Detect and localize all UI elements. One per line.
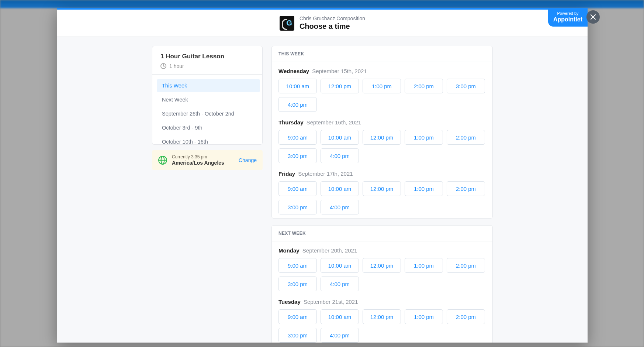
week-section: NEXT WEEKMonday September 20th, 20219:00… <box>271 225 493 343</box>
time-slot-button[interactable]: 1:00 pm <box>405 309 443 324</box>
page-title: Choose a time <box>300 22 365 31</box>
day-date: September 16th, 2021 <box>307 119 361 126</box>
time-slot-button[interactable]: 1:00 pm <box>405 258 443 273</box>
time-slot-button[interactable]: 4:00 pm <box>278 97 317 112</box>
availability-column: THIS WEEKWednesday September 15th, 20211… <box>271 46 493 343</box>
day-block: Tuesday September 21st, 20219:00 am10:00… <box>272 295 492 343</box>
time-slot-button[interactable]: 2:00 pm <box>405 79 443 93</box>
week-range-item[interactable]: October 3rd - 9th <box>157 121 260 134</box>
week-range-item[interactable]: This Week <box>157 79 260 92</box>
day-block: Monday September 20th, 20219:00 am10:00 … <box>272 241 492 295</box>
time-slot-button[interactable]: 4:00 pm <box>321 328 359 343</box>
sidebar: 1 Hour Guitar Lesson 1 hour This WeekNex… <box>152 46 263 170</box>
time-slot-button[interactable]: 2:00 pm <box>447 258 485 273</box>
time-slot-button[interactable]: 4:00 pm <box>321 276 359 291</box>
brand-name: Chris Gruchacz Composition <box>300 16 365 21</box>
powered-by-small: Powered by <box>557 11 578 16</box>
day-of-week: Monday <box>278 247 300 254</box>
modal-body[interactable]: 1 Hour Guitar Lesson 1 hour This WeekNex… <box>57 37 588 343</box>
time-slot-button[interactable]: 4:00 pm <box>321 148 359 163</box>
close-icon <box>590 14 596 20</box>
day-of-week: Friday <box>278 171 295 177</box>
week-range-item[interactable]: October 10th - 16th <box>157 135 260 144</box>
time-slot-button[interactable]: 9:00 am <box>278 309 317 324</box>
day-date: September 17th, 2021 <box>298 171 353 177</box>
week-range-list[interactable]: This WeekNext WeekSeptember 26th - Octob… <box>152 74 262 144</box>
timezone-box: Currently 3:35 pm America/Los Angeles Ch… <box>152 150 263 170</box>
time-slot-row: 9:00 am10:00 am12:00 pm1:00 pm2:00 pm3:0… <box>278 258 486 291</box>
clock-icon <box>160 63 166 69</box>
day-date: September 15th, 2021 <box>312 68 367 74</box>
time-slot-button[interactable]: 3:00 pm <box>447 79 485 93</box>
time-slot-button[interactable]: 10:00 am <box>278 79 317 93</box>
time-slot-row: 10:00 am12:00 pm1:00 pm2:00 pm3:00 pm4:0… <box>278 79 486 112</box>
time-slot-row: 9:00 am10:00 am12:00 pm1:00 pm2:00 pm3:0… <box>278 130 486 163</box>
time-slot-button[interactable]: 12:00 pm <box>321 79 359 93</box>
time-slot-row: 9:00 am10:00 am12:00 pm1:00 pm2:00 pm3:0… <box>278 309 486 343</box>
time-slot-button[interactable]: 10:00 am <box>321 130 359 145</box>
time-slot-button[interactable]: 4:00 pm <box>321 200 359 214</box>
time-slot-button[interactable]: 3:00 pm <box>278 276 317 291</box>
time-slot-button[interactable]: 3:00 pm <box>278 200 317 214</box>
service-title: 1 Hour Guitar Lesson <box>160 53 254 60</box>
powered-by-badge[interactable]: Powered by Appointlet <box>548 8 588 27</box>
day-of-week: Thursday <box>278 119 304 126</box>
time-slot-button[interactable]: 9:00 am <box>278 258 317 273</box>
time-slot-button[interactable]: 9:00 am <box>278 130 317 145</box>
globe-icon <box>158 155 167 165</box>
time-slot-button[interactable]: 1:00 pm <box>363 79 401 93</box>
time-slot-button[interactable]: 12:00 pm <box>363 309 401 324</box>
timezone-change-link[interactable]: Change <box>239 157 257 163</box>
time-slot-button[interactable]: 1:00 pm <box>405 130 443 145</box>
time-slot-button[interactable]: 10:00 am <box>321 258 359 273</box>
day-label: Thursday September 16th, 2021 <box>278 119 486 126</box>
service-card: 1 Hour Guitar Lesson 1 hour This WeekNex… <box>152 46 263 145</box>
brand-logo: G <box>280 16 294 31</box>
day-date: September 20th, 2021 <box>302 247 357 254</box>
time-slot-button[interactable]: 12:00 pm <box>363 181 401 196</box>
close-button[interactable] <box>586 10 600 24</box>
day-of-week: Wednesday <box>278 68 309 74</box>
time-slot-button[interactable]: 3:00 pm <box>278 148 317 163</box>
day-block: Wednesday September 15th, 202110:00 am12… <box>272 62 492 116</box>
day-label: Wednesday September 15th, 2021 <box>278 68 486 74</box>
day-block: Friday September 17th, 20219:00 am10:00 … <box>272 167 492 218</box>
week-section-header: THIS WEEK <box>272 46 492 62</box>
time-slot-button[interactable]: 2:00 pm <box>447 181 485 196</box>
week-range-item[interactable]: Next Week <box>157 93 260 106</box>
modal-header: G Chris Gruchacz Composition Choose a ti… <box>57 10 588 37</box>
week-section: THIS WEEKWednesday September 15th, 20211… <box>271 46 493 219</box>
service-duration-text: 1 hour <box>169 63 184 69</box>
day-of-week: Tuesday <box>278 299 301 305</box>
time-slot-button[interactable]: 9:00 am <box>278 181 317 196</box>
time-slot-button[interactable]: 12:00 pm <box>363 258 401 273</box>
day-label: Tuesday September 21st, 2021 <box>278 299 486 305</box>
time-slot-button[interactable]: 2:00 pm <box>447 130 485 145</box>
time-slot-button[interactable]: 2:00 pm <box>447 309 485 324</box>
week-section-header: NEXT WEEK <box>272 226 492 241</box>
booking-modal: G Chris Gruchacz Composition Choose a ti… <box>57 8 588 343</box>
powered-by-brand: Appointlet <box>553 16 582 23</box>
time-slot-button[interactable]: 10:00 am <box>321 181 359 196</box>
service-duration: 1 hour <box>160 63 254 69</box>
day-block: Thursday September 16th, 20219:00 am10:0… <box>272 116 492 167</box>
time-slot-button[interactable]: 12:00 pm <box>363 130 401 145</box>
timezone-current-time: Currently 3:35 pm <box>172 154 234 159</box>
timezone-name: America/Los Angeles <box>172 160 234 166</box>
time-slot-row: 9:00 am10:00 am12:00 pm1:00 pm2:00 pm3:0… <box>278 181 486 214</box>
day-date: September 21st, 2021 <box>304 299 358 305</box>
day-label: Friday September 17th, 2021 <box>278 171 486 177</box>
time-slot-button[interactable]: 3:00 pm <box>278 328 317 343</box>
time-slot-button[interactable]: 10:00 am <box>321 309 359 324</box>
day-label: Monday September 20th, 2021 <box>278 247 486 254</box>
week-range-item[interactable]: September 26th - October 2nd <box>157 107 260 120</box>
time-slot-button[interactable]: 1:00 pm <box>405 181 443 196</box>
